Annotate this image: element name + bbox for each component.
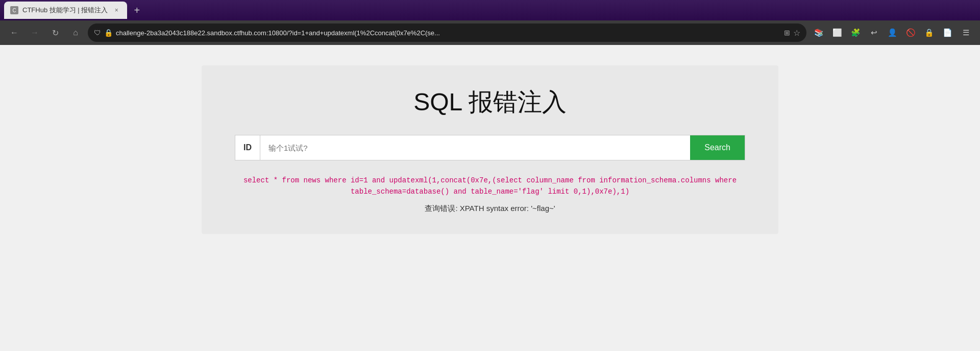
tab-title: CTFHub 技能学习 | 报错注入 — [22, 6, 108, 15]
nav-right-icons: 📚 ⬜ 🧩 ↩ 👤 🚫 🔒 📄 ☰ — [811, 25, 974, 41]
page-content: SQL 报错注入 ID Search select * from news wh… — [0, 45, 980, 351]
search-input[interactable] — [260, 135, 690, 160]
browser-window: C CTFHub 技能学习 | 报错注入 × + ← → ↻ ⌂ 🛡 🔒 ⊞ ☆… — [0, 0, 980, 351]
home-button[interactable]: ⌂ — [67, 25, 84, 41]
tab-close-button[interactable]: × — [112, 6, 121, 15]
menu-icon[interactable]: ☰ — [958, 25, 974, 41]
new-tab-button[interactable]: + — [129, 3, 144, 18]
address-bar-container: 🛡 🔒 ⊞ ☆ — [88, 24, 806, 42]
tab-favicon: C — [10, 6, 18, 14]
back-button[interactable]: ← — [6, 25, 22, 41]
profile-icon[interactable]: 👤 — [884, 25, 900, 41]
sql-line-2: table_schema=database() and table_name='… — [243, 186, 737, 197]
extensions-button[interactable]: 🧩 — [847, 25, 864, 41]
lock-icon: 🔒 — [104, 29, 113, 37]
adblock-icon[interactable]: 🚫 — [902, 25, 919, 41]
address-input[interactable] — [116, 29, 781, 37]
content-card: SQL 报错注入 ID Search select * from news wh… — [202, 65, 778, 234]
tab-bar: C CTFHub 技能学习 | 报错注入 × + — [0, 0, 980, 20]
page-title: SQL 报错注入 — [413, 86, 567, 119]
sidebar-icon[interactable]: ⬜ — [829, 25, 845, 41]
sql-query-display: select * from news where id=1 and update… — [243, 175, 737, 198]
extensions-icon: ⊞ — [784, 29, 790, 37]
shield-icon: 🛡 — [94, 29, 101, 37]
reading-view-icon[interactable]: 📚 — [811, 25, 827, 41]
id-label: ID — [235, 135, 260, 160]
sql-line-1: select * from news where id=1 and update… — [243, 175, 737, 186]
error-message: 查询错误: XPATH syntax error: '~flag~' — [425, 204, 555, 214]
pdf-icon[interactable]: 📄 — [939, 25, 955, 41]
active-tab[interactable]: C CTFHub 技能学习 | 报错注入 × — [4, 2, 127, 19]
navigation-bar: ← → ↻ ⌂ 🛡 🔒 ⊞ ☆ 📚 ⬜ 🧩 ↩ 👤 🚫 🔒 📄 ☰ — [0, 20, 980, 45]
bookmark-icon[interactable]: ☆ — [793, 28, 800, 38]
undo-icon[interactable]: ↩ — [866, 25, 882, 41]
vpn-icon[interactable]: 🔒 — [921, 25, 937, 41]
search-form: ID Search — [235, 135, 745, 160]
search-button[interactable]: Search — [690, 135, 745, 160]
refresh-button[interactable]: ↻ — [47, 25, 63, 41]
forward-button[interactable]: → — [27, 25, 43, 41]
